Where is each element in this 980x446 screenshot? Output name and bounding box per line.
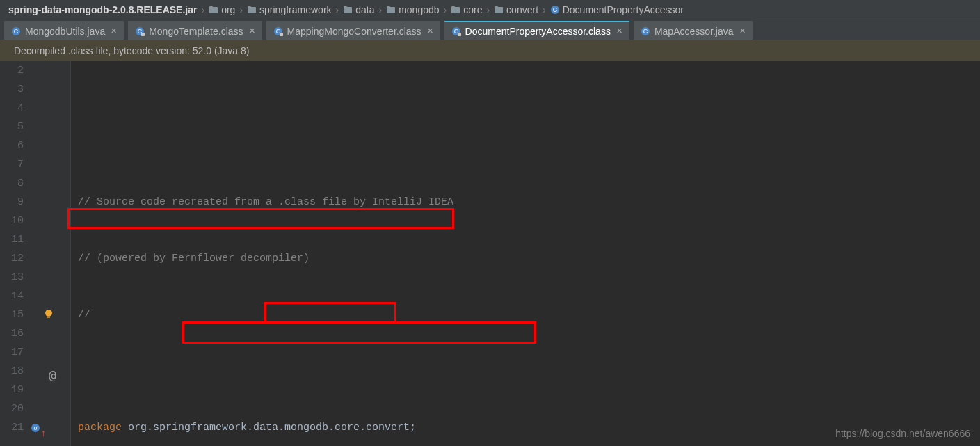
close-icon[interactable]: ✕ xyxy=(111,26,117,35)
folder-icon xyxy=(343,5,353,15)
line-number: 13 xyxy=(0,268,24,287)
line-number: 15 xyxy=(0,305,24,324)
breadcrumb-springframework[interactable]: springframework xyxy=(244,4,334,15)
tab-mapaccessor[interactable]: C MapAccessor.java ✕ xyxy=(634,21,753,40)
svg-rect-28 xyxy=(47,316,50,318)
svg-rect-5 xyxy=(344,6,347,8)
watermark-text: https://blog.csdn.net/awen6666 xyxy=(835,428,970,439)
class-icon: C xyxy=(550,5,560,15)
breadcrumb-core[interactable]: core xyxy=(448,4,485,15)
breadcrumb-convert[interactable]: convert xyxy=(491,4,541,15)
breadcrumb-label: core xyxy=(463,4,482,15)
folder-icon xyxy=(451,5,460,15)
folder-icon xyxy=(209,5,218,15)
decompiled-banner: Decompiled .class file, bytecode version… xyxy=(0,40,980,61)
breadcrumb-label: springframework xyxy=(259,4,331,15)
line-number: 21 xyxy=(0,418,24,437)
breadcrumb-data[interactable]: data xyxy=(340,4,377,15)
tab-mongodbutils[interactable]: C MongodbUtils.java ✕ xyxy=(4,21,124,40)
tab-label: DocumentPropertyAccessor.class xyxy=(465,26,611,37)
line-number: 8 xyxy=(0,174,24,193)
chevron-icon: › xyxy=(485,4,491,15)
line-number: 20 xyxy=(0,399,24,418)
breadcrumb-label: spring-data-mongodb-2.0.8.RELEASE.jar xyxy=(8,4,197,15)
code-line: // (powered by Fernflower decompiler) xyxy=(78,249,980,268)
tab-label: MapAccessor.java xyxy=(654,26,734,37)
line-number: 5 xyxy=(0,118,24,136)
breadcrumb-org[interactable]: org xyxy=(206,4,238,15)
code-line: // Source code recreated from a .class f… xyxy=(78,193,980,212)
breadcrumb-label: DocumentPropertyAccessor xyxy=(563,4,684,15)
class-lock-icon: C xyxy=(135,26,145,36)
breadcrumb-label: org xyxy=(221,4,235,15)
svg-rect-3 xyxy=(248,6,251,8)
tab-label: MappingMongoConverter.class xyxy=(287,26,421,37)
code-area[interactable]: // Source code recreated from a .class f… xyxy=(71,61,980,446)
svg-rect-7 xyxy=(387,6,390,8)
line-number-gutter: 2 3 4 5 6 7 8 9 10 11 12 13 14 15 16 17 … xyxy=(0,61,29,446)
breadcrumb-label: convert xyxy=(506,4,538,15)
svg-rect-18 xyxy=(141,33,145,36)
folder-icon xyxy=(386,5,396,15)
breadcrumb-label: mongodb xyxy=(399,4,439,15)
chevron-icon: › xyxy=(377,4,383,15)
svg-point-27 xyxy=(45,310,52,317)
folder-icon xyxy=(494,5,504,15)
line-number: 12 xyxy=(0,249,24,268)
tab-label: MongodbUtils.java xyxy=(25,26,105,37)
code-editor[interactable]: 2 3 4 5 6 7 8 9 10 11 12 13 14 15 16 17 … xyxy=(0,61,980,446)
breadcrumb-mongodb[interactable]: mongodb xyxy=(383,4,442,15)
override-at-icon[interactable]: @ xyxy=(49,365,56,384)
chevron-icon: › xyxy=(238,4,244,15)
line-number: 3 xyxy=(0,80,24,99)
line-number: 10 xyxy=(0,212,24,230)
breadcrumb-label: data xyxy=(355,4,374,15)
class-icon: C xyxy=(11,26,21,36)
svg-rect-11 xyxy=(495,6,498,8)
close-icon[interactable]: ✕ xyxy=(427,26,433,35)
code-line: // xyxy=(78,305,980,324)
close-icon[interactable]: ✕ xyxy=(616,26,622,35)
line-number: 4 xyxy=(0,99,24,118)
tab-label: MongoTemplate.class xyxy=(149,26,243,37)
close-icon[interactable]: ✕ xyxy=(249,26,255,35)
chevron-icon: › xyxy=(442,4,449,15)
override-up-icon[interactable]: O xyxy=(31,423,40,433)
svg-rect-1 xyxy=(209,6,213,8)
chevron-icon: › xyxy=(541,4,547,15)
class-lock-icon: C xyxy=(273,26,283,36)
tab-mongotemplate[interactable]: C MongoTemplate.class ✕ xyxy=(128,21,262,40)
close-icon[interactable]: ✕ xyxy=(739,26,746,35)
line-number: 16 xyxy=(0,324,24,343)
svg-text:C: C xyxy=(14,28,19,35)
svg-text:C: C xyxy=(643,28,648,35)
line-number: 6 xyxy=(0,136,24,155)
line-number: 2 xyxy=(0,61,24,80)
breadcrumb-class[interactable]: C DocumentPropertyAccessor xyxy=(547,4,686,15)
svg-rect-21 xyxy=(280,33,283,36)
chevron-icon: › xyxy=(335,4,341,15)
svg-rect-24 xyxy=(458,33,461,36)
line-number: 7 xyxy=(0,155,24,174)
line-number: 9 xyxy=(0,193,24,212)
svg-text:O: O xyxy=(34,425,38,431)
folder-icon xyxy=(247,5,257,15)
svg-rect-9 xyxy=(451,6,455,8)
tab-documentpropertyaccessor[interactable]: C DocumentPropertyAccessor.class ✕ xyxy=(444,21,629,40)
code-line xyxy=(78,362,980,381)
svg-text:C: C xyxy=(552,6,557,13)
tab-bar: C MongodbUtils.java ✕ C MongoTemplate.cl… xyxy=(0,19,980,40)
breadcrumb-bar: spring-data-mongodb-2.0.8.RELEASE.jar › … xyxy=(0,0,980,19)
tab-mappingmongoconverter[interactable]: C MappingMongoConverter.class ✕ xyxy=(266,21,440,40)
line-number: 18 xyxy=(0,362,24,381)
breadcrumb-jar[interactable]: spring-data-mongodb-2.0.8.RELEASE.jar xyxy=(6,4,200,15)
line-number: 17 xyxy=(0,343,24,362)
line-number: 14 xyxy=(0,287,24,305)
bulb-icon[interactable] xyxy=(43,308,54,319)
class-lock-icon: C xyxy=(451,26,461,36)
banner-text: Decompiled .class file, bytecode version… xyxy=(14,45,250,56)
chevron-icon: › xyxy=(200,4,206,15)
arrow-up-icon[interactable]: ↑ xyxy=(40,424,46,443)
line-number: 19 xyxy=(0,381,24,399)
highlight-instance-line xyxy=(182,321,536,344)
